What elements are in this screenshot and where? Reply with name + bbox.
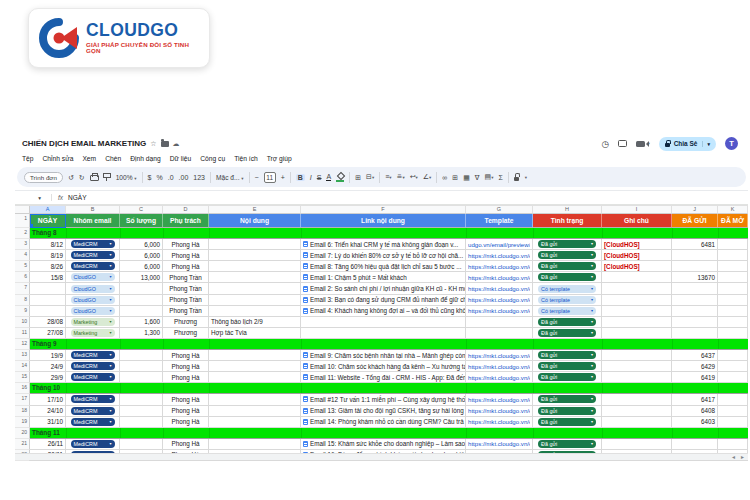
cell-status[interactable]: Đã gửi▾ [533,261,602,272]
column-header-cell[interactable]: Số lượng [120,214,163,228]
column-header-cell[interactable]: Tình trạng [533,214,602,228]
cell-date[interactable]: 26/11 [30,439,66,450]
status-chip[interactable]: Đã gửi▾ [538,395,596,403]
cell-group[interactable]: MediCRM▾ [66,439,120,450]
cell-owner[interactable]: Phong Hà [163,406,209,417]
cell-email[interactable] [301,328,466,339]
avatar[interactable]: T [725,137,738,150]
cell-email[interactable] [301,317,466,328]
status-chip[interactable]: Có template▾ [538,296,596,304]
cell-sent[interactable] [672,295,718,306]
font-size-input[interactable]: 11 [264,172,276,183]
cell-date[interactable]: 8/12 [30,239,66,250]
group-chip[interactable]: MediCRM▾ [71,251,115,259]
template-link[interactable]: https://mkt.cloudgo.vn/em [468,418,530,425]
cell-link[interactable] [466,317,533,328]
cell-opened[interactable] [718,394,748,405]
row-number[interactable]: 9 [15,306,30,317]
cell-content[interactable] [209,272,301,283]
font-select[interactable]: Mặc đ... ▾ [216,174,244,181]
cell-opened[interactable] [718,283,748,294]
cell-status[interactable]: Đã gửi▾ [533,239,602,250]
column-letter[interactable]: K [718,206,748,214]
share-button[interactable]: Chia Sẻ ▾ [659,137,716,151]
status-chip[interactable]: Đã gửi▾ [538,440,596,448]
cell-status[interactable]: Đã gửi▾ [533,250,602,261]
column-letter[interactable]: H [533,206,602,214]
move-folder-icon[interactable] [161,141,169,147]
cell-note[interactable] [602,417,672,428]
cell-date[interactable]: 24/10 [30,406,66,417]
cell-note[interactable] [602,394,672,405]
cell-owner[interactable]: Phương [163,328,209,339]
cell-owner[interactable]: Phong Trần [163,306,209,317]
cell-owner[interactable]: Phương [163,317,209,328]
group-chip[interactable]: Marketing▾ [71,318,115,326]
cell-owner[interactable]: Phong Trần [163,295,209,306]
cell-sent[interactable]: 6403 [672,417,718,428]
cell-content[interactable] [209,295,301,306]
cell-email[interactable]: Email #12 Tư vấn 1:1 miễn phí – Cùng xây… [301,394,466,405]
menu-item[interactable]: Tệp [22,155,34,162]
cell-owner[interactable]: Phong Hà [163,361,209,372]
group-chip[interactable]: MediCRM▾ [71,407,115,415]
cell-email[interactable]: Email 10: Chăm sóc khách hàng đa kênh – … [301,361,466,372]
cell-sent[interactable]: 6481 [672,239,718,250]
cell-content[interactable] [209,417,301,428]
cell-qty[interactable] [120,417,163,428]
menu-item[interactable]: Định dạng [130,155,161,162]
template-link[interactable]: https://mkt.cloudgo.vn/em [468,296,530,303]
cell-qty[interactable]: 1,600 [120,317,163,328]
menu-item[interactable]: Trợ giúp [267,155,292,162]
cell-link[interactable]: https://mkt.cloudgo.vn/em [466,306,533,317]
cell-opened[interactable] [718,361,748,372]
row-number[interactable]: 17 [15,394,30,405]
column-letter[interactable]: A [30,206,66,214]
row-number[interactable]: 7 [15,283,30,294]
cell-content[interactable] [209,439,301,450]
cell-sent[interactable]: 6419 [672,372,718,383]
decrease-decimal-button[interactable]: .0 [168,174,174,181]
cell-owner[interactable]: Phong Hà [163,261,209,272]
cell-date[interactable]: 27/08 [30,328,66,339]
column-header-cell[interactable]: ĐÃ GỬI [672,214,718,228]
row-number[interactable]: 13 [15,350,30,361]
cell-status[interactable]: Có template▾ [533,283,602,294]
template-link[interactable]: https://mkt.cloudgo.vn/em [468,352,530,359]
cell-link[interactable]: https://mkt.cloudgo.vn/em [466,394,533,405]
cell-status[interactable]: Đã gửi▾ [533,417,602,428]
column-header-cell[interactable]: Nhóm email [66,214,120,228]
row-number[interactable]: 18 [15,406,30,417]
cell-date[interactable]: 19/9 [30,350,66,361]
cell-group[interactable]: MediCRM▾ [66,239,120,250]
cell-link[interactable]: https://mkt.cloudgo.vn/em [466,417,533,428]
cell-owner[interactable]: Phong Hà [163,372,209,383]
cell-content[interactable] [209,306,301,317]
template-link[interactable]: https://mkt.cloudgo.vn/em [468,374,530,381]
month-band[interactable]: Tháng 8 [30,228,748,239]
column-header-cell[interactable]: ĐÃ MỞ [718,214,748,228]
cell-note[interactable]: [CloudHOS] [602,239,672,250]
cell-group[interactable]: MediCRM▾ [66,406,120,417]
status-chip[interactable]: Đã gửi▾ [538,273,596,281]
meet-button[interactable]: ▾ [636,141,649,147]
filter-views-icon[interactable]: ▤▾ [485,173,494,181]
cell-link[interactable]: https://mkt.cloudgo.vn/em [466,295,533,306]
cell-note[interactable]: [CloudHOS] [602,261,672,272]
cell-link[interactable] [466,328,533,339]
cell-qty[interactable] [120,372,163,383]
cell-content[interactable] [209,261,301,272]
cell-owner[interactable]: Phong Trần [163,272,209,283]
column-letter[interactable]: D [163,206,209,214]
cell-sent[interactable]: 6429 [672,361,718,372]
increase-decimal-button[interactable]: .00 [179,174,189,181]
column-letter[interactable]: C [120,206,163,214]
cell-status[interactable]: Đã gửi▾ [533,372,602,383]
italic-button[interactable]: I [310,174,312,181]
group-chip[interactable]: MediCRM▾ [71,240,115,248]
cell-date[interactable]: 24/9 [30,361,66,372]
cell-opened[interactable] [718,295,748,306]
cell-link[interactable]: https://mkt.cloudgo.vn/em [466,372,533,383]
filter-icon[interactable]: ∇ [475,174,480,181]
column-header-cell[interactable]: Link nội dung [301,214,466,228]
